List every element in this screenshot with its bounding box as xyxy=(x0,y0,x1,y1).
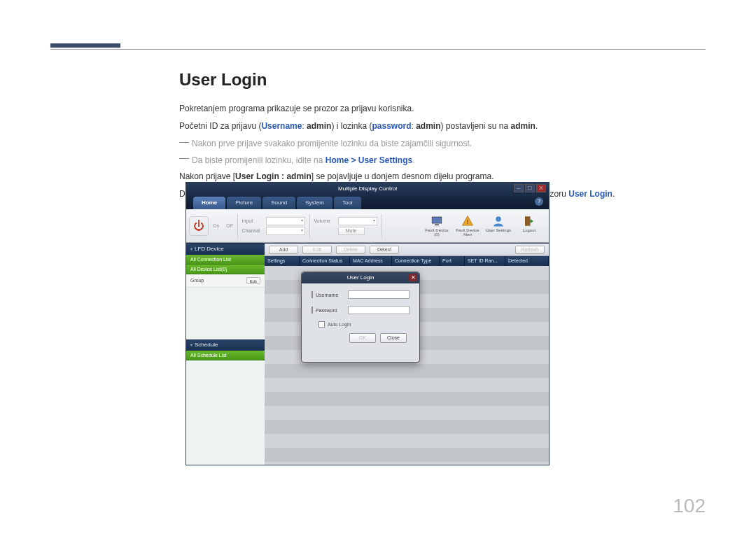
close-button[interactable]: X xyxy=(536,184,546,192)
page-heading: User Login xyxy=(179,70,697,90)
svg-point-4 xyxy=(496,216,501,222)
auto-login-label: Auto Login xyxy=(328,322,351,327)
volume-group: Volume Mute xyxy=(314,217,377,235)
dash-icon xyxy=(179,142,189,143)
refresh-button[interactable]: Refresh xyxy=(515,246,545,254)
bold: admin xyxy=(307,121,331,131)
text: . xyxy=(412,155,414,165)
close-dialog-button[interactable]: Close xyxy=(380,333,407,343)
sidebar-head-schedule[interactable]: Schedule xyxy=(186,339,265,351)
auto-login-row[interactable]: Auto Login xyxy=(318,321,410,328)
edit-grid-button[interactable]: Edit xyxy=(302,246,332,254)
input-label: Input xyxy=(242,218,265,223)
username-label: Username xyxy=(316,293,345,297)
sidebar-item-device-list[interactable]: All Device List(0) xyxy=(186,265,265,274)
icon-label: Logout xyxy=(523,228,536,232)
tab-system[interactable]: System xyxy=(297,197,332,209)
maximize-button[interactable]: □ xyxy=(525,184,535,192)
username-input[interactable] xyxy=(348,290,410,299)
svg-text:!: ! xyxy=(467,218,469,225)
field-icon xyxy=(312,307,313,314)
bold: User Login : admin xyxy=(235,171,312,181)
dialog-title: User Login ✕ xyxy=(302,272,419,283)
col-port[interactable]: Port xyxy=(440,256,465,266)
tab-home[interactable]: Home xyxy=(193,197,225,209)
window-title: Multiple Display Control xyxy=(338,185,397,192)
channel-label: Channel xyxy=(242,228,265,233)
user-login-dialog: User Login ✕ Username Password Auto Logi… xyxy=(301,272,420,363)
note-text: Da biste promijenili lozinku, idite na xyxy=(192,155,326,165)
bold: admin xyxy=(416,121,440,131)
page-accent xyxy=(50,43,120,48)
power-on-label: On xyxy=(213,223,219,228)
col-setid[interactable]: SET ID Ran... xyxy=(465,256,505,266)
dialog-close-icon[interactable]: ✕ xyxy=(409,274,417,281)
sidebar-item-schedule-list[interactable]: All Schedule List xyxy=(186,351,265,360)
page-rule xyxy=(50,49,706,50)
toolbar: ⏻ On Off Input Channel Volume Mute Fault… xyxy=(186,209,549,243)
logout-icon[interactable]: Logout xyxy=(517,215,542,237)
tab-tool[interactable]: Tool xyxy=(334,197,361,209)
tab-bar: Home Picture Sound System Tool ? xyxy=(186,195,549,209)
text: ] se pojavljuje u donjem desnom dijelu p… xyxy=(312,171,494,181)
col-mac[interactable]: MAC Address xyxy=(350,256,392,266)
window-buttons: – □ X xyxy=(514,184,546,192)
divider xyxy=(237,214,238,238)
fault-device-icon[interactable]: Fault Device (0) xyxy=(424,215,449,237)
channel-select[interactable] xyxy=(266,227,305,235)
volume-slider[interactable] xyxy=(338,217,377,225)
auto-login-checkbox[interactable] xyxy=(318,321,325,328)
tab-picture[interactable]: Picture xyxy=(227,197,261,209)
col-detected[interactable]: Detected xyxy=(505,256,549,266)
sidebar-head-lfd[interactable]: LFD Device xyxy=(186,244,265,255)
text: ) i lozinka ( xyxy=(331,121,372,131)
svg-marker-6 xyxy=(531,219,534,223)
text: . xyxy=(536,121,538,131)
paragraph: Početni ID za prijavu (Username: admin) … xyxy=(179,120,697,133)
edit-button[interactable]: Edit xyxy=(246,277,260,284)
input-select[interactable] xyxy=(266,217,305,225)
text: ) postavljeni su na xyxy=(440,121,510,131)
svg-rect-5 xyxy=(525,216,531,226)
group-label: Group xyxy=(190,274,204,287)
page-number: 102 xyxy=(673,495,706,517)
note: Da biste promijenili lozinku, idite na H… xyxy=(179,154,697,167)
sidebar-fill xyxy=(186,288,265,339)
help-icon[interactable]: ? xyxy=(535,197,543,206)
detect-button[interactable]: Detect xyxy=(370,246,399,254)
dialog-body: Username Password Auto Login OK Close xyxy=(302,283,419,347)
sidebar-item-connection-list[interactable]: All Connection List xyxy=(186,255,265,265)
link-text: Home > User Settings xyxy=(326,155,412,165)
password-label: Password xyxy=(316,308,345,313)
col-conn-status[interactable]: Connection Status xyxy=(300,256,350,266)
divider xyxy=(382,214,382,238)
user-settings-icon[interactable]: User Settings xyxy=(486,215,511,237)
icon-label: Fault Device (0) xyxy=(425,228,448,237)
volume-label: Volume xyxy=(314,218,337,223)
svg-rect-1 xyxy=(435,225,439,226)
sidebar: LFD Device All Connection List All Devic… xyxy=(186,244,265,465)
grid-button-row: Add Edit Delete Detect Refresh xyxy=(265,244,549,256)
dash-icon xyxy=(179,158,189,159)
delete-button[interactable]: Delete xyxy=(336,246,365,254)
paragraph: Pokretanjem programa prikazuje se prozor… xyxy=(179,102,697,115)
minimize-button[interactable]: – xyxy=(514,184,524,192)
add-button[interactable]: Add xyxy=(269,246,298,254)
ok-button[interactable]: OK xyxy=(349,333,376,343)
mute-button[interactable]: Mute xyxy=(338,227,365,235)
fault-device-alert-icon[interactable]: !Fault Device Alert xyxy=(455,215,480,237)
tab-sound[interactable]: Sound xyxy=(262,197,295,209)
col-conn-type[interactable]: Connection Type xyxy=(392,256,440,266)
col-settings[interactable]: Settings xyxy=(265,256,300,266)
grid-columns: Settings Connection Status MAC Address C… xyxy=(265,256,549,266)
icon-label: User Settings xyxy=(486,228,511,232)
toolbar-icons: Fault Device (0) !Fault Device Alert Use… xyxy=(424,215,546,237)
bold: admin xyxy=(511,121,536,131)
password-input[interactable] xyxy=(348,306,410,314)
dialog-buttons: OK Close xyxy=(312,333,410,343)
username-row: Username xyxy=(312,290,410,299)
power-icon[interactable]: ⏻ xyxy=(189,216,209,236)
icon-label: Fault Device Alert xyxy=(456,228,479,237)
sidebar-group-row: Group Edit xyxy=(186,274,265,288)
svg-rect-0 xyxy=(432,217,442,223)
